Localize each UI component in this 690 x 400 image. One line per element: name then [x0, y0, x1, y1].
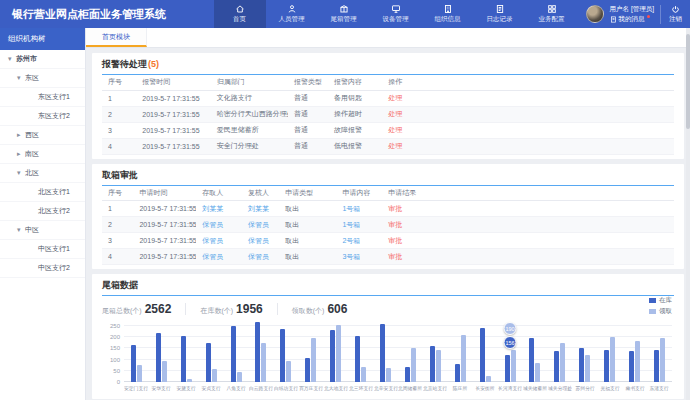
- nav-item-equipment[interactable]: 设备管理: [370, 0, 422, 28]
- caret-right-icon[interactable]: ▸: [17, 131, 25, 139]
- bar-collected[interactable]: [162, 361, 167, 382]
- cell-link[interactable]: 1号箱: [342, 205, 360, 212]
- caret-right-icon[interactable]: ▸: [17, 150, 25, 158]
- bar-group[interactable]: 北辛安支行: [373, 321, 398, 395]
- bar-group[interactable]: 白云路支行: [249, 321, 274, 395]
- bar-collected[interactable]: [336, 325, 341, 382]
- handle-link[interactable]: 处理: [388, 126, 402, 133]
- bar-in-stock[interactable]: [330, 330, 335, 382]
- bar-collected[interactable]: [411, 348, 416, 382]
- bar-group[interactable]: 安定门支行: [124, 321, 149, 395]
- tree-node[interactable]: ▸西区: [0, 126, 85, 145]
- caret-down-icon[interactable]: ▾: [17, 169, 25, 177]
- bar-group[interactable]: 陈庄所: [448, 321, 473, 395]
- cell-link[interactable]: 保管员: [248, 237, 269, 244]
- bar-in-stock[interactable]: [604, 350, 609, 382]
- tree-node[interactable]: ▾东区: [0, 69, 85, 88]
- bar-collected[interactable]: [635, 341, 640, 382]
- bar-group[interactable]: 藏书支行: [622, 321, 647, 395]
- bar-in-stock[interactable]: [255, 322, 260, 382]
- bar-in-stock[interactable]: [579, 348, 584, 382]
- bar-collected[interactable]: [535, 363, 540, 382]
- bar-collected[interactable]: [237, 372, 242, 382]
- bar-collected[interactable]: [560, 343, 565, 382]
- scrollbar[interactable]: [686, 28, 690, 400]
- tab-home-module[interactable]: 首页模块: [86, 28, 147, 47]
- bar-in-stock[interactable]: [131, 345, 136, 382]
- cell-link[interactable]: 保管员: [248, 253, 269, 260]
- cell-link[interactable]: 保管员: [248, 221, 269, 228]
- bar-collected[interactable]: [261, 343, 266, 382]
- handle-link[interactable]: 处理: [388, 110, 402, 117]
- bar-group[interactable]: 百万庄支行: [298, 321, 323, 395]
- nav-item-logs[interactable]: 日志记录: [474, 0, 526, 28]
- bar-group[interactable]: 北京站支行: [423, 321, 448, 395]
- approve-link[interactable]: 审批: [388, 205, 402, 212]
- bar-group[interactable]: 光福支行: [597, 321, 622, 395]
- cell-link[interactable]: 保管员: [202, 253, 223, 260]
- bar-group[interactable]: 北大地支行: [323, 321, 348, 395]
- cell-link[interactable]: 刘某某: [248, 205, 269, 212]
- tree-node[interactable]: 北区支行2: [0, 202, 85, 221]
- cell-link[interactable]: 2号箱: [342, 237, 360, 244]
- bar-group[interactable]: 长安街所: [473, 321, 498, 395]
- handle-link[interactable]: 处理: [388, 94, 402, 101]
- bar-collected[interactable]: [187, 379, 192, 382]
- bar-collected[interactable]: [585, 355, 590, 382]
- bar-group[interactable]: 八角支行: [224, 321, 249, 395]
- bar-in-stock[interactable]: [280, 329, 285, 382]
- nav-item-tailbox[interactable]: 尾箱管理: [318, 0, 370, 28]
- bar-in-stock[interactable]: [355, 336, 360, 382]
- bar-group[interactable]: 安华支行: [149, 321, 174, 395]
- bar-group[interactable]: 城关储蓄所: [523, 321, 548, 395]
- tree-node[interactable]: 中区支行2: [0, 259, 85, 278]
- cell-link[interactable]: 3号箱: [342, 253, 360, 260]
- bar-collected[interactable]: [461, 335, 466, 382]
- cell-link[interactable]: 保管员: [202, 237, 223, 244]
- bar-in-stock[interactable]: [455, 364, 460, 382]
- tree-node[interactable]: 东区支行2: [0, 107, 85, 126]
- bar-group[interactable]: 城关分理处: [547, 321, 572, 395]
- bar-collected[interactable]: [610, 337, 615, 382]
- bar-in-stock[interactable]: [305, 358, 310, 382]
- cell-link[interactable]: 保管员: [202, 221, 223, 228]
- bar-in-stock[interactable]: [206, 343, 211, 382]
- approve-link[interactable]: 审批: [388, 221, 402, 228]
- bar-collected[interactable]: [511, 350, 516, 382]
- bar-in-stock[interactable]: [629, 351, 634, 382]
- bar-in-stock[interactable]: [554, 351, 559, 382]
- tree-node[interactable]: 北区支行1: [0, 183, 85, 202]
- bar-in-stock[interactable]: [430, 346, 435, 382]
- legend-item-in-stock[interactable]: 在库: [649, 296, 672, 305]
- caret-down-icon[interactable]: ▾: [17, 74, 25, 82]
- bar-group[interactable]: 190156长河湾支行: [498, 321, 523, 395]
- bar-group[interactable]: 北三环支行: [348, 321, 373, 395]
- logout-button[interactable]: 注销: [660, 5, 682, 24]
- cell-link[interactable]: 1号箱: [342, 221, 360, 228]
- bar-in-stock[interactable]: [654, 350, 659, 382]
- scrollbar-thumb[interactable]: [686, 34, 690, 129]
- bar-collected[interactable]: [311, 338, 316, 382]
- tree-node[interactable]: ▸南区: [0, 145, 85, 164]
- bar-group[interactable]: 安慧支行: [174, 321, 199, 395]
- bar-in-stock[interactable]: [405, 367, 410, 382]
- cell-link[interactable]: 刘某某: [202, 205, 223, 212]
- bar-group[interactable]: 白纸坊支行: [273, 321, 298, 395]
- approve-link[interactable]: 审批: [388, 237, 402, 244]
- bar-in-stock[interactable]: [156, 333, 161, 382]
- bar-collected[interactable]: [212, 369, 217, 382]
- bar-collected[interactable]: [286, 361, 291, 382]
- bar-in-stock[interactable]: [480, 328, 485, 382]
- bar-group[interactable]: 北周储蓄所: [398, 321, 423, 395]
- nav-item-org-info[interactable]: 组织信息: [422, 0, 474, 28]
- bar-in-stock[interactable]: [505, 355, 510, 382]
- bar-collected[interactable]: [486, 376, 491, 382]
- bar-group[interactable]: 东渚支行: [647, 321, 672, 395]
- bar-in-stock[interactable]: [231, 326, 236, 382]
- bar-collected[interactable]: [660, 338, 665, 382]
- tree-node[interactable]: 东区支行1: [0, 88, 85, 107]
- user-avatar[interactable]: [586, 5, 604, 23]
- caret-down-icon[interactable]: ▾: [8, 55, 16, 63]
- bar-in-stock[interactable]: [380, 324, 385, 382]
- caret-down-icon[interactable]: ▾: [17, 226, 25, 234]
